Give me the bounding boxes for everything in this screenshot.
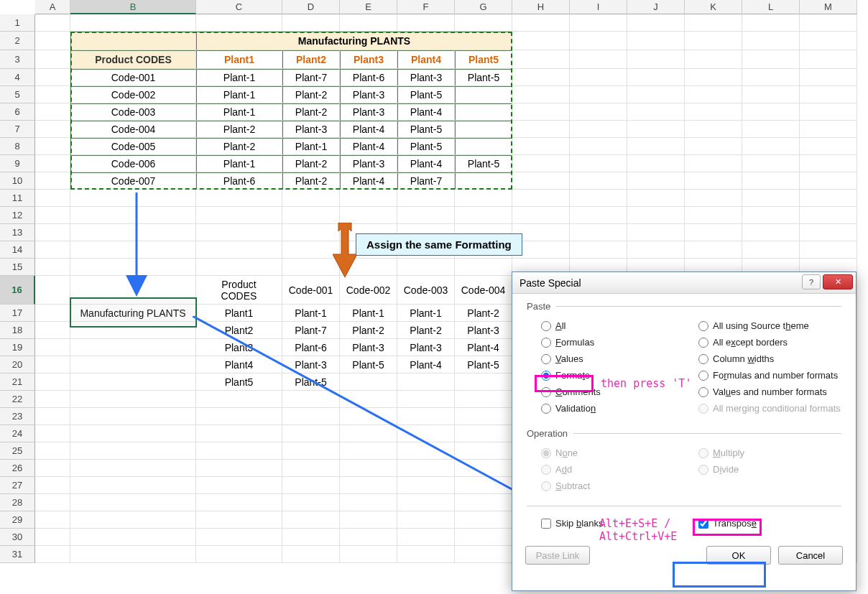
row-1[interactable]: 1 xyxy=(0,14,35,32)
cell[interactable] xyxy=(340,207,397,224)
row-14[interactable]: 14 xyxy=(0,241,35,259)
cell[interactable]: Plant-2 xyxy=(196,121,282,138)
cell[interactable]: Plant4 xyxy=(397,50,455,69)
col-j[interactable]: J xyxy=(627,0,685,14)
cell[interactable]: Code-006 xyxy=(70,155,196,172)
cell[interactable]: Plant-2 xyxy=(455,305,512,322)
cell[interactable] xyxy=(742,241,800,259)
cell[interactable] xyxy=(196,494,282,511)
cell[interactable] xyxy=(570,138,627,155)
cell[interactable] xyxy=(70,190,196,207)
cell[interactable]: Plant-5 xyxy=(455,356,512,373)
row-22[interactable]: 22 xyxy=(0,391,35,408)
cell[interactable] xyxy=(397,425,455,442)
cell[interactable]: Plant-1 xyxy=(196,103,282,121)
cell[interactable] xyxy=(196,259,282,276)
cell[interactable] xyxy=(455,207,512,224)
row-20[interactable]: 20 xyxy=(0,356,35,373)
col-e[interactable]: E xyxy=(340,0,397,14)
radio-formulas-numfmt[interactable]: Formulas and number formats xyxy=(684,367,841,384)
cell[interactable] xyxy=(570,155,627,172)
cell[interactable]: Plant-6 xyxy=(196,172,282,190)
cell[interactable] xyxy=(70,14,196,32)
cell[interactable] xyxy=(742,86,800,103)
radio-column-widths[interactable]: Column widths xyxy=(684,351,841,367)
cell[interactable] xyxy=(282,477,340,494)
cell[interactable] xyxy=(512,155,570,172)
cell[interactable] xyxy=(627,241,685,259)
row-13[interactable]: 13 xyxy=(0,224,35,241)
cell[interactable] xyxy=(742,103,800,121)
cell[interactable] xyxy=(35,224,70,241)
cell[interactable] xyxy=(455,425,512,442)
cell[interactable] xyxy=(35,494,70,511)
cell[interactable] xyxy=(70,442,196,460)
cell[interactable] xyxy=(627,190,685,207)
cell[interactable]: Plant-7 xyxy=(282,322,340,339)
ok-button[interactable]: OK xyxy=(706,546,771,565)
cell[interactable] xyxy=(35,477,70,494)
cell[interactable] xyxy=(196,14,282,32)
cell[interactable] xyxy=(282,460,340,477)
cell[interactable] xyxy=(685,103,742,121)
cell[interactable] xyxy=(70,356,196,373)
cell[interactable] xyxy=(35,391,70,408)
cell[interactable] xyxy=(340,494,397,511)
radio-values[interactable]: Values xyxy=(527,351,684,367)
cell[interactable] xyxy=(627,207,685,224)
cell[interactable]: Code-004 xyxy=(70,121,196,138)
cell[interactable]: Plant-5 xyxy=(455,155,512,172)
cell[interactable]: Plant-4 xyxy=(397,155,455,172)
cell[interactable]: Manufacturing PLANTS xyxy=(196,32,512,50)
cell[interactable] xyxy=(800,69,857,86)
row-31[interactable]: 31 xyxy=(0,546,35,563)
cell[interactable]: Code-001 xyxy=(282,276,340,305)
cell[interactable]: Plant-2 xyxy=(397,322,455,339)
cell[interactable] xyxy=(282,190,340,207)
cell[interactable] xyxy=(196,460,282,477)
cell[interactable]: Code-007 xyxy=(70,172,196,190)
cell[interactable] xyxy=(196,224,282,241)
col-h[interactable]: H xyxy=(512,0,570,14)
cell[interactable] xyxy=(282,511,340,529)
cell[interactable]: Plant-3 xyxy=(455,322,512,339)
cell[interactable]: Plant-2 xyxy=(282,155,340,172)
cell[interactable] xyxy=(70,477,196,494)
cell[interactable] xyxy=(35,190,70,207)
cell[interactable]: Code-003 xyxy=(397,276,455,305)
cell[interactable] xyxy=(512,32,570,50)
cell[interactable]: Plant3 xyxy=(196,339,282,356)
cell[interactable] xyxy=(282,529,340,546)
cell[interactable] xyxy=(35,425,70,442)
cell[interactable] xyxy=(742,69,800,86)
cell[interactable] xyxy=(685,86,742,103)
cell[interactable] xyxy=(35,373,70,391)
row-16[interactable]: 16 xyxy=(0,276,35,305)
cell[interactable] xyxy=(35,356,70,373)
cell[interactable] xyxy=(800,172,857,190)
cell[interactable] xyxy=(627,121,685,138)
cell[interactable] xyxy=(397,14,455,32)
row-10[interactable]: 10 xyxy=(0,172,35,190)
cell[interactable] xyxy=(570,14,627,32)
cell[interactable]: Plant-3 xyxy=(282,121,340,138)
cell[interactable]: Plant-2 xyxy=(282,86,340,103)
cell[interactable] xyxy=(340,190,397,207)
cell[interactable] xyxy=(455,373,512,391)
cell[interactable]: Plant-2 xyxy=(282,172,340,190)
cell[interactable]: Plant-3 xyxy=(340,86,397,103)
cell[interactable] xyxy=(455,259,512,276)
cell[interactable] xyxy=(35,546,70,563)
row-5[interactable]: 5 xyxy=(0,86,35,103)
radio-except-borders[interactable]: All except borders xyxy=(684,334,841,351)
cell[interactable] xyxy=(70,425,196,442)
cell[interactable] xyxy=(627,50,685,69)
cell[interactable]: Plant-7 xyxy=(282,69,340,86)
cell[interactable] xyxy=(512,103,570,121)
cell[interactable] xyxy=(685,224,742,241)
cell[interactable] xyxy=(570,207,627,224)
cell[interactable] xyxy=(70,408,196,425)
cell[interactable] xyxy=(455,121,512,138)
row-17[interactable]: 17 xyxy=(0,305,35,322)
cell[interactable] xyxy=(685,190,742,207)
